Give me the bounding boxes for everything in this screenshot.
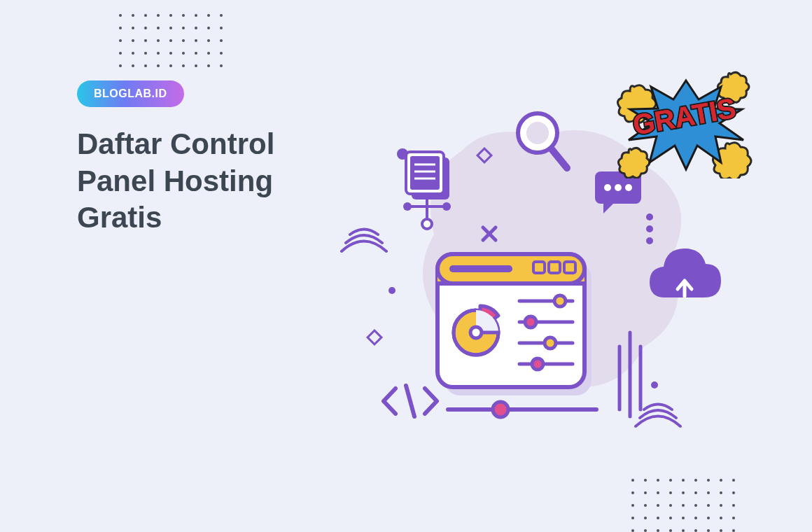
dot-grid-top-left	[119, 14, 223, 67]
svg-point-49	[493, 402, 508, 417]
svg-point-27	[615, 184, 622, 191]
svg-point-7	[646, 214, 653, 220]
svg-point-46	[545, 337, 556, 349]
dot-icon	[388, 287, 396, 294]
diamond-icon	[368, 330, 382, 344]
control-panel-window-icon	[438, 254, 596, 417]
svg-rect-34	[449, 265, 512, 272]
svg-point-28	[625, 184, 632, 191]
svg-point-47	[532, 358, 543, 370]
svg-point-9	[646, 237, 653, 244]
svg-point-26	[604, 184, 611, 191]
svg-point-39	[470, 327, 482, 338]
svg-rect-3	[368, 330, 382, 344]
dot-icon	[651, 382, 658, 388]
dot-grid-bottom-right	[631, 479, 735, 532]
svg-point-8	[646, 225, 653, 232]
wifi-icon	[342, 230, 386, 252]
svg-point-45	[525, 316, 536, 328]
brand-badge: BLOGLAB.ID	[77, 80, 184, 107]
svg-line-29	[406, 386, 414, 416]
code-icon	[384, 386, 437, 416]
svg-point-22	[526, 122, 549, 144]
gratis-sticker: GRATIS GRATIS	[616, 70, 756, 178]
svg-point-14	[442, 202, 451, 211]
wifi-icon	[636, 405, 680, 427]
svg-point-44	[554, 295, 566, 307]
page-title: Daftar Control Panel Hosting Gratis	[77, 126, 343, 237]
svg-point-13	[403, 202, 412, 211]
svg-rect-17	[410, 156, 440, 190]
svg-point-11	[422, 219, 432, 229]
more-dots-icon	[646, 214, 653, 244]
